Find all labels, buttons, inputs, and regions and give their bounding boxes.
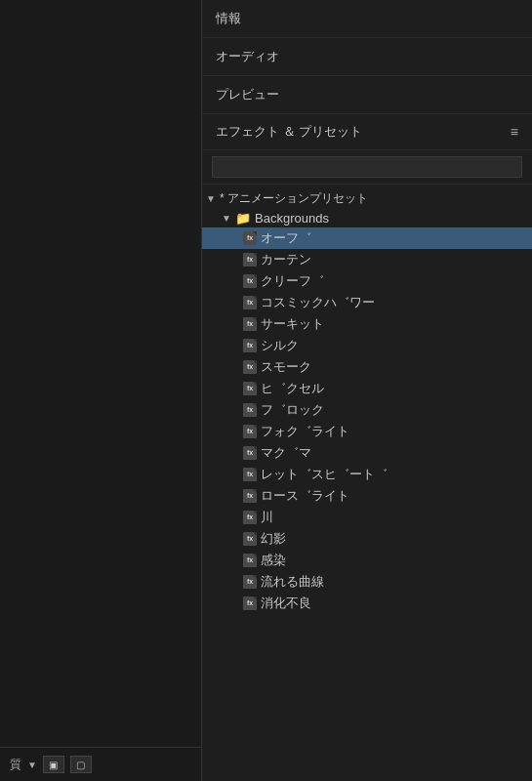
root-arrow: ▼ (206, 193, 218, 204)
file-icon: fx (243, 231, 257, 245)
folder-icon: 📁 (235, 211, 251, 226)
tree-item[interactable]: fx消化不良 (202, 593, 532, 614)
info-label: 情報 (216, 11, 241, 25)
tree-item-label: ロース゛ライト (261, 487, 349, 505)
file-icon: fx (243, 274, 257, 288)
tree-item[interactable]: fxサーキット (202, 313, 532, 335)
preview-label: プレビュー (216, 87, 279, 102)
file-icon: fx (243, 554, 257, 567)
tree-item[interactable]: fxスモーク (202, 356, 532, 378)
section-effects[interactable]: エフェクト ＆ プリセット ≡ (202, 114, 532, 150)
backgrounds-label: Backgrounds (255, 211, 329, 226)
file-icon: fx (243, 360, 257, 374)
search-wrapper: 🔍 (212, 156, 522, 178)
backgrounds-folder[interactable]: ▼ 📁 Backgrounds (202, 209, 532, 227)
section-preview[interactable]: プレビュー (202, 76, 532, 114)
tree-item[interactable]: fxロース゛ライト (202, 485, 532, 507)
quality-label: 質 (10, 757, 21, 773)
file-icon: fx (243, 403, 257, 417)
tree-area: ▼ * アニメーションプリセット ▼ 📁 Backgrounds fxオーフ゛f… (202, 185, 532, 781)
file-icon: fx (243, 446, 257, 460)
tree-item[interactable]: fxヒ゛クセル (202, 378, 532, 399)
tree-item-label: 幻影 (261, 530, 286, 548)
tree-root: ▼ * アニメーションプリセット ▼ 📁 Backgrounds fxオーフ゛f… (202, 185, 532, 618)
chevron-down-icon: ▼ (27, 760, 37, 770)
left-panel-bottom: 質 ▼ ▣ ▢ (0, 747, 201, 781)
tree-item-label: ヒ゛クセル (261, 380, 324, 397)
tree-item[interactable]: fxコスミックハ゛ワー (202, 292, 532, 313)
menu-icon[interactable]: ≡ (511, 124, 518, 140)
tree-item[interactable]: fxフ゛ロック (202, 399, 532, 421)
tree-item-label: コスミックハ゛ワー (261, 294, 375, 311)
tree-item-label: クリーフ゛ (261, 272, 324, 290)
tree-item-label: 感染 (261, 552, 286, 569)
section-info[interactable]: 情報 (202, 0, 532, 38)
tree-item[interactable]: fx感染 (202, 550, 532, 571)
tree-item-label: 流れる曲線 (261, 573, 324, 591)
tree-item-label: 消化不良 (261, 595, 311, 612)
view-btn-1[interactable]: ▣ (43, 756, 64, 773)
tree-item-label: シルク (261, 337, 299, 354)
file-icon: fx (243, 596, 257, 610)
audio-label: オーディオ (216, 49, 279, 63)
tree-item-label: マク゛マ (261, 444, 311, 462)
file-icon: fx (243, 511, 257, 524)
file-icon: fx (243, 425, 257, 438)
tree-item[interactable]: fxシルク (202, 335, 532, 356)
left-panel: 質 ▼ ▣ ▢ (0, 0, 202, 781)
tree-item-label: サーキット (261, 315, 324, 333)
tree-item[interactable]: fx幻影 (202, 528, 532, 550)
tree-item[interactable]: fxマク゛マ (202, 442, 532, 464)
file-icon: fx (243, 489, 257, 503)
tree-item[interactable]: fx流れる曲線 (202, 571, 532, 593)
tree-item-label: レット゛スヒ゛ート゛ (261, 466, 388, 483)
section-audio[interactable]: オーディオ (202, 38, 532, 76)
file-icon: fx (243, 575, 257, 589)
tree-item[interactable]: fxオーフ゛ (202, 227, 532, 249)
tree-item[interactable]: fxクリーフ゛ (202, 270, 532, 292)
tree-item[interactable]: fxレット゛スヒ゛ート゛ (202, 464, 532, 485)
file-icon: fx (243, 532, 257, 546)
search-input[interactable] (212, 156, 522, 178)
file-icon: fx (243, 339, 257, 352)
tree-item[interactable]: fxフォク゛ライト (202, 421, 532, 442)
file-icon: fx (243, 468, 257, 481)
tree-items-container: fxオーフ゛fxカーテンfxクリーフ゛fxコスミックハ゛ワーfxサーキットfxシ… (202, 227, 532, 614)
view-btn-2[interactable]: ▢ (70, 756, 92, 773)
folder-arrow: ▼ (222, 213, 233, 224)
effects-label: エフェクト ＆ プリセット (216, 123, 362, 141)
file-icon: fx (243, 382, 257, 395)
file-icon: fx (243, 317, 257, 331)
root-label: * アニメーションプリセット (220, 190, 368, 207)
tree-item[interactable]: fxカーテン (202, 249, 532, 270)
tree-item-label: フォク゛ライト (261, 423, 349, 440)
tree-item-label: フ゛ロック (261, 401, 324, 419)
tree-item-label: オーフ゛ (261, 229, 311, 247)
tree-item-label: スモーク (261, 358, 311, 376)
tree-item-label: カーテン (261, 251, 311, 268)
tree-item[interactable]: fx川 (202, 507, 532, 528)
tree-root-item[interactable]: ▼ * アニメーションプリセット (202, 188, 532, 209)
file-icon: fx (243, 253, 257, 267)
right-panel: 情報 オーディオ プレビュー エフェクト ＆ プリセット ≡ 🔍 ▼ * アニメ… (202, 0, 532, 781)
tree-item-label: 川 (261, 509, 273, 526)
file-icon: fx (243, 296, 257, 309)
search-box: 🔍 (202, 150, 532, 185)
